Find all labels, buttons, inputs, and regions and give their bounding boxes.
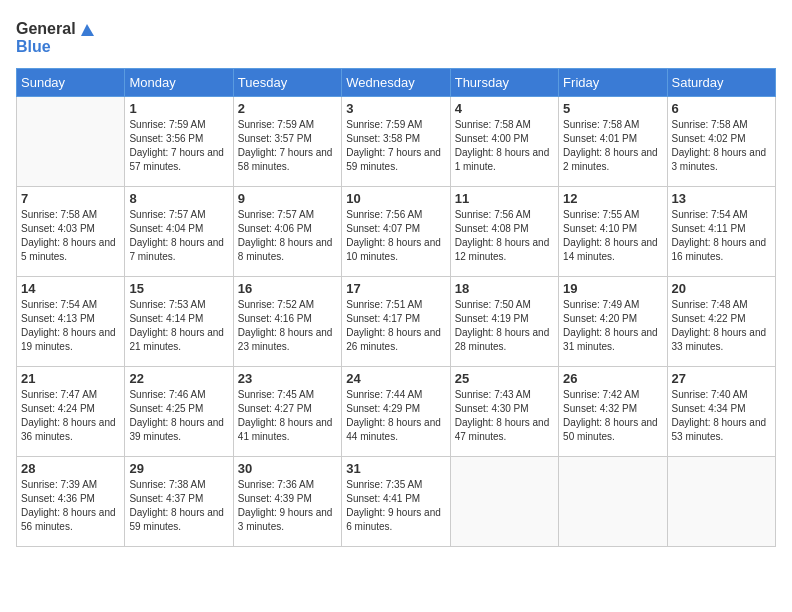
day-number: 20 xyxy=(672,281,771,296)
weekday-header-monday: Monday xyxy=(125,69,233,97)
day-info: Sunrise: 7:59 AM Sunset: 3:56 PM Dayligh… xyxy=(129,118,228,174)
calendar-cell: 26Sunrise: 7:42 AM Sunset: 4:32 PM Dayli… xyxy=(559,367,667,457)
calendar-cell: 20Sunrise: 7:48 AM Sunset: 4:22 PM Dayli… xyxy=(667,277,775,367)
calendar-cell: 30Sunrise: 7:36 AM Sunset: 4:39 PM Dayli… xyxy=(233,457,341,547)
day-info: Sunrise: 7:44 AM Sunset: 4:29 PM Dayligh… xyxy=(346,388,445,444)
day-number: 28 xyxy=(21,461,120,476)
calendar-cell: 14Sunrise: 7:54 AM Sunset: 4:13 PM Dayli… xyxy=(17,277,125,367)
day-info: Sunrise: 7:50 AM Sunset: 4:19 PM Dayligh… xyxy=(455,298,554,354)
calendar-cell: 23Sunrise: 7:45 AM Sunset: 4:27 PM Dayli… xyxy=(233,367,341,457)
day-number: 3 xyxy=(346,101,445,116)
day-info: Sunrise: 7:57 AM Sunset: 4:04 PM Dayligh… xyxy=(129,208,228,264)
calendar-cell: 22Sunrise: 7:46 AM Sunset: 4:25 PM Dayli… xyxy=(125,367,233,457)
day-info: Sunrise: 7:49 AM Sunset: 4:20 PM Dayligh… xyxy=(563,298,662,354)
calendar-cell: 27Sunrise: 7:40 AM Sunset: 4:34 PM Dayli… xyxy=(667,367,775,457)
calendar-cell: 29Sunrise: 7:38 AM Sunset: 4:37 PM Dayli… xyxy=(125,457,233,547)
calendar-cell xyxy=(559,457,667,547)
day-number: 11 xyxy=(455,191,554,206)
day-info: Sunrise: 7:38 AM Sunset: 4:37 PM Dayligh… xyxy=(129,478,228,534)
day-number: 10 xyxy=(346,191,445,206)
calendar-cell: 6Sunrise: 7:58 AM Sunset: 4:02 PM Daylig… xyxy=(667,97,775,187)
weekday-header-thursday: Thursday xyxy=(450,69,558,97)
day-info: Sunrise: 7:40 AM Sunset: 4:34 PM Dayligh… xyxy=(672,388,771,444)
day-number: 24 xyxy=(346,371,445,386)
calendar-cell: 24Sunrise: 7:44 AM Sunset: 4:29 PM Dayli… xyxy=(342,367,450,457)
day-info: Sunrise: 7:51 AM Sunset: 4:17 PM Dayligh… xyxy=(346,298,445,354)
day-number: 2 xyxy=(238,101,337,116)
day-info: Sunrise: 7:52 AM Sunset: 4:16 PM Dayligh… xyxy=(238,298,337,354)
day-number: 23 xyxy=(238,371,337,386)
day-info: Sunrise: 7:58 AM Sunset: 4:02 PM Dayligh… xyxy=(672,118,771,174)
day-info: Sunrise: 7:54 AM Sunset: 4:11 PM Dayligh… xyxy=(672,208,771,264)
week-row-0: 1Sunrise: 7:59 AM Sunset: 3:56 PM Daylig… xyxy=(17,97,776,187)
day-number: 25 xyxy=(455,371,554,386)
calendar-cell: 15Sunrise: 7:53 AM Sunset: 4:14 PM Dayli… xyxy=(125,277,233,367)
calendar-cell: 4Sunrise: 7:58 AM Sunset: 4:00 PM Daylig… xyxy=(450,97,558,187)
day-number: 8 xyxy=(129,191,228,206)
day-number: 5 xyxy=(563,101,662,116)
day-info: Sunrise: 7:58 AM Sunset: 4:01 PM Dayligh… xyxy=(563,118,662,174)
day-number: 22 xyxy=(129,371,228,386)
weekday-header-wednesday: Wednesday xyxy=(342,69,450,97)
day-info: Sunrise: 7:47 AM Sunset: 4:24 PM Dayligh… xyxy=(21,388,120,444)
week-row-4: 28Sunrise: 7:39 AM Sunset: 4:36 PM Dayli… xyxy=(17,457,776,547)
logo-svg: GeneralBlue xyxy=(16,16,96,58)
calendar-cell: 2Sunrise: 7:59 AM Sunset: 3:57 PM Daylig… xyxy=(233,97,341,187)
day-number: 27 xyxy=(672,371,771,386)
weekday-header-saturday: Saturday xyxy=(667,69,775,97)
calendar-cell xyxy=(17,97,125,187)
day-info: Sunrise: 7:43 AM Sunset: 4:30 PM Dayligh… xyxy=(455,388,554,444)
calendar-cell: 3Sunrise: 7:59 AM Sunset: 3:58 PM Daylig… xyxy=(342,97,450,187)
day-number: 17 xyxy=(346,281,445,296)
svg-marker-2 xyxy=(81,24,94,36)
calendar-cell: 9Sunrise: 7:57 AM Sunset: 4:06 PM Daylig… xyxy=(233,187,341,277)
day-info: Sunrise: 7:39 AM Sunset: 4:36 PM Dayligh… xyxy=(21,478,120,534)
calendar-cell: 8Sunrise: 7:57 AM Sunset: 4:04 PM Daylig… xyxy=(125,187,233,277)
day-info: Sunrise: 7:36 AM Sunset: 4:39 PM Dayligh… xyxy=(238,478,337,534)
week-row-3: 21Sunrise: 7:47 AM Sunset: 4:24 PM Dayli… xyxy=(17,367,776,457)
day-number: 16 xyxy=(238,281,337,296)
day-info: Sunrise: 7:58 AM Sunset: 4:03 PM Dayligh… xyxy=(21,208,120,264)
day-info: Sunrise: 7:42 AM Sunset: 4:32 PM Dayligh… xyxy=(563,388,662,444)
calendar-cell: 12Sunrise: 7:55 AM Sunset: 4:10 PM Dayli… xyxy=(559,187,667,277)
day-number: 18 xyxy=(455,281,554,296)
calendar-cell xyxy=(667,457,775,547)
calendar-cell: 21Sunrise: 7:47 AM Sunset: 4:24 PM Dayli… xyxy=(17,367,125,457)
day-info: Sunrise: 7:53 AM Sunset: 4:14 PM Dayligh… xyxy=(129,298,228,354)
day-info: Sunrise: 7:54 AM Sunset: 4:13 PM Dayligh… xyxy=(21,298,120,354)
day-number: 31 xyxy=(346,461,445,476)
day-number: 14 xyxy=(21,281,120,296)
calendar-table: SundayMondayTuesdayWednesdayThursdayFrid… xyxy=(16,68,776,547)
calendar-cell: 25Sunrise: 7:43 AM Sunset: 4:30 PM Dayli… xyxy=(450,367,558,457)
day-info: Sunrise: 7:35 AM Sunset: 4:41 PM Dayligh… xyxy=(346,478,445,534)
calendar-cell: 16Sunrise: 7:52 AM Sunset: 4:16 PM Dayli… xyxy=(233,277,341,367)
svg-text:General: General xyxy=(16,20,76,37)
day-number: 19 xyxy=(563,281,662,296)
day-number: 7 xyxy=(21,191,120,206)
day-info: Sunrise: 7:59 AM Sunset: 3:58 PM Dayligh… xyxy=(346,118,445,174)
calendar-cell: 17Sunrise: 7:51 AM Sunset: 4:17 PM Dayli… xyxy=(342,277,450,367)
week-row-2: 14Sunrise: 7:54 AM Sunset: 4:13 PM Dayli… xyxy=(17,277,776,367)
day-number: 21 xyxy=(21,371,120,386)
day-info: Sunrise: 7:58 AM Sunset: 4:00 PM Dayligh… xyxy=(455,118,554,174)
day-number: 13 xyxy=(672,191,771,206)
calendar-cell: 10Sunrise: 7:56 AM Sunset: 4:07 PM Dayli… xyxy=(342,187,450,277)
day-number: 29 xyxy=(129,461,228,476)
calendar-cell: 19Sunrise: 7:49 AM Sunset: 4:20 PM Dayli… xyxy=(559,277,667,367)
day-number: 9 xyxy=(238,191,337,206)
day-info: Sunrise: 7:55 AM Sunset: 4:10 PM Dayligh… xyxy=(563,208,662,264)
weekday-header-sunday: Sunday xyxy=(17,69,125,97)
header: GeneralBlue xyxy=(16,16,776,58)
calendar-cell: 5Sunrise: 7:58 AM Sunset: 4:01 PM Daylig… xyxy=(559,97,667,187)
calendar-cell: 7Sunrise: 7:58 AM Sunset: 4:03 PM Daylig… xyxy=(17,187,125,277)
calendar-cell: 1Sunrise: 7:59 AM Sunset: 3:56 PM Daylig… xyxy=(125,97,233,187)
day-info: Sunrise: 7:45 AM Sunset: 4:27 PM Dayligh… xyxy=(238,388,337,444)
day-number: 1 xyxy=(129,101,228,116)
calendar-cell xyxy=(450,457,558,547)
weekday-header-friday: Friday xyxy=(559,69,667,97)
day-number: 6 xyxy=(672,101,771,116)
calendar-cell: 11Sunrise: 7:56 AM Sunset: 4:08 PM Dayli… xyxy=(450,187,558,277)
day-info: Sunrise: 7:56 AM Sunset: 4:07 PM Dayligh… xyxy=(346,208,445,264)
calendar-cell: 28Sunrise: 7:39 AM Sunset: 4:36 PM Dayli… xyxy=(17,457,125,547)
logo: GeneralBlue xyxy=(16,16,96,58)
